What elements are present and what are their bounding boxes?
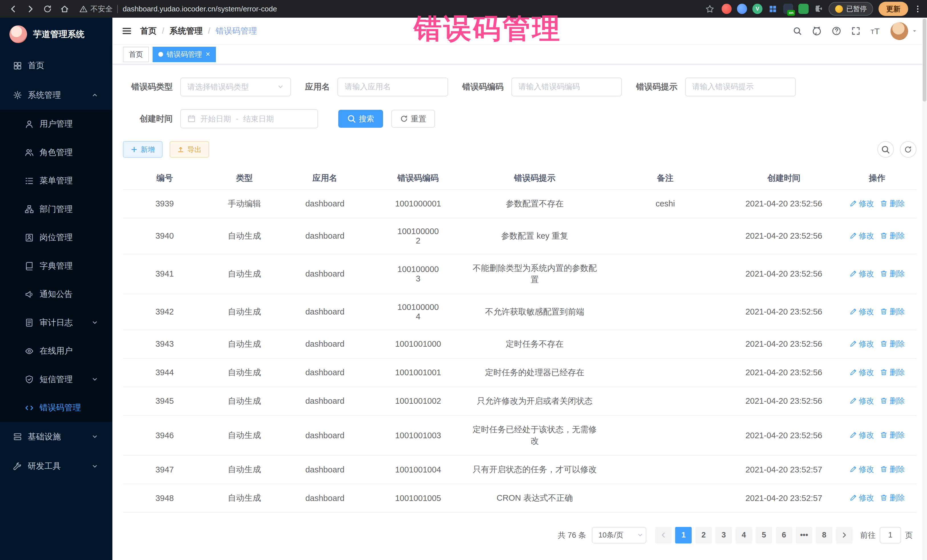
error-type-select[interactable]: 请选择错误码类型 bbox=[180, 77, 291, 96]
edit-link[interactable]: 修改 bbox=[849, 307, 874, 317]
page-button-6[interactable]: 6 bbox=[776, 527, 792, 543]
sidebar-item-error-code[interactable]: 错误码管理 bbox=[0, 393, 112, 422]
search-icon bbox=[881, 145, 890, 154]
extension-icon-grid[interactable] bbox=[768, 4, 778, 14]
sidebar-item-audit-log[interactable]: 审计日志 bbox=[0, 308, 112, 337]
font-size-icon[interactable]: TT bbox=[870, 26, 880, 36]
security-indicator[interactable]: 不安全 bbox=[79, 4, 112, 14]
delete-link[interactable]: 删除 bbox=[880, 464, 905, 475]
delete-link[interactable]: 删除 bbox=[880, 339, 905, 349]
edit-link[interactable]: 修改 bbox=[849, 396, 874, 406]
add-button[interactable]: 新增 bbox=[123, 141, 163, 158]
extension-icon-red[interactable] bbox=[722, 4, 732, 14]
sidebar-item-home[interactable]: 首页 bbox=[0, 51, 112, 80]
sidebar-item-online-user[interactable]: 在线用户 bbox=[0, 337, 112, 365]
page-button-8[interactable]: 8 bbox=[816, 527, 832, 543]
github-icon[interactable] bbox=[812, 26, 822, 36]
badge-icon bbox=[25, 233, 33, 242]
export-button-label: 导出 bbox=[187, 145, 202, 154]
sidebar-item-menu[interactable]: 菜单管理 bbox=[0, 167, 112, 195]
export-button[interactable]: 导出 bbox=[170, 141, 209, 158]
sidebar-logo[interactable]: 芋道管理系统 bbox=[0, 18, 112, 51]
edit-link[interactable]: 修改 bbox=[849, 269, 874, 279]
page-button-3[interactable]: 3 bbox=[715, 527, 732, 543]
extension-icon-blue[interactable] bbox=[737, 4, 747, 14]
page-button-4[interactable]: 4 bbox=[736, 527, 752, 543]
delete-link[interactable]: 删除 bbox=[880, 199, 905, 209]
sidebar-item-user[interactable]: 用户管理 bbox=[0, 110, 112, 138]
sidebar-item-dev-tool[interactable]: 研发工具 bbox=[0, 451, 112, 481]
extension-icon-vue-devtools[interactable]: V bbox=[752, 4, 763, 14]
delete-link[interactable]: 删除 bbox=[880, 396, 905, 406]
sidebar-item-system[interactable]: 系统管理 bbox=[0, 80, 112, 110]
error-code-input[interactable] bbox=[518, 82, 615, 91]
sidebar-item-role[interactable]: 角色管理 bbox=[0, 138, 112, 167]
breadcrumb-system[interactable]: 系统管理 bbox=[170, 25, 203, 37]
breadcrumb-home[interactable]: 首页 bbox=[140, 25, 157, 37]
close-tab-icon[interactable]: × bbox=[206, 50, 210, 58]
edit-link[interactable]: 修改 bbox=[849, 464, 874, 475]
edit-link[interactable]: 修改 bbox=[849, 493, 874, 503]
page-button-2[interactable]: 2 bbox=[695, 527, 712, 543]
toggle-search-button[interactable] bbox=[877, 141, 894, 158]
edit-link[interactable]: 修改 bbox=[849, 367, 874, 378]
scrollbar-thumb[interactable] bbox=[923, 19, 926, 102]
delete-link[interactable]: 删除 bbox=[880, 430, 905, 440]
tab-home[interactable]: 首页 bbox=[123, 47, 149, 62]
table-row: 3944自动生成dashboard1001001001定时任务的处理器已经存在2… bbox=[123, 358, 916, 387]
edit-link[interactable]: 修改 bbox=[849, 339, 874, 349]
page-ellipsis[interactable]: ••• bbox=[796, 527, 812, 543]
cell-app: dashboard bbox=[283, 330, 368, 358]
sidebar-item-sms[interactable]: 短信管理 bbox=[0, 365, 112, 393]
goto-page-input[interactable] bbox=[880, 527, 901, 543]
page-button-5[interactable]: 5 bbox=[755, 527, 772, 543]
browser-menu-icon[interactable] bbox=[913, 5, 922, 14]
address-bar[interactable]: 不安全 dashboard.yudao.iocoder.cn/system/er… bbox=[79, 2, 697, 16]
reset-button[interactable]: 重置 bbox=[391, 110, 435, 127]
delete-link[interactable]: 删除 bbox=[880, 269, 905, 279]
delete-link[interactable]: 删除 bbox=[880, 367, 905, 378]
paused-profile-chip[interactable]: 已暂停 bbox=[828, 2, 873, 16]
help-icon[interactable] bbox=[832, 26, 841, 36]
scrollbar[interactable] bbox=[922, 18, 927, 560]
delete-icon bbox=[880, 232, 887, 240]
header-search-icon[interactable] bbox=[793, 27, 802, 35]
error-msg-input[interactable] bbox=[692, 82, 789, 91]
extension-icon-password-manager[interactable]: on bbox=[783, 4, 793, 14]
bookmark-star-icon[interactable] bbox=[705, 4, 714, 14]
user-menu[interactable] bbox=[891, 22, 918, 40]
chrome-update-button[interactable]: 更新 bbox=[878, 2, 908, 16]
search-button[interactable]: 搜索 bbox=[338, 110, 383, 127]
sidebar-item-post[interactable]: 岗位管理 bbox=[0, 223, 112, 252]
extension-icon-green[interactable] bbox=[798, 4, 808, 14]
tab-error-code[interactable]: 错误码管理 × bbox=[153, 47, 216, 62]
app-name-input[interactable] bbox=[345, 82, 441, 91]
sidebar-item-infra[interactable]: 基础设施 bbox=[0, 422, 112, 452]
edit-link[interactable]: 修改 bbox=[849, 231, 874, 241]
edit-link[interactable]: 修改 bbox=[849, 199, 874, 209]
page-size-select[interactable]: 10条/页 bbox=[592, 527, 646, 543]
refresh-table-button[interactable] bbox=[900, 141, 916, 158]
warning-icon bbox=[79, 5, 88, 13]
page-button-1[interactable]: 1 bbox=[675, 527, 692, 543]
delete-link[interactable]: 删除 bbox=[880, 493, 905, 503]
delete-link[interactable]: 删除 bbox=[880, 307, 905, 317]
sidebar-item-notice[interactable]: 通知公告 bbox=[0, 280, 112, 308]
sidebar-item-label: 字典管理 bbox=[40, 260, 73, 272]
sidebar-toggle-icon[interactable] bbox=[122, 26, 132, 36]
extensions-puzzle-icon[interactable] bbox=[814, 4, 824, 14]
date-range-picker[interactable]: 开始日期 - 结束日期 bbox=[180, 109, 318, 128]
home-button[interactable] bbox=[57, 2, 72, 16]
sidebar-item-dept[interactable]: 部门管理 bbox=[0, 195, 112, 223]
reload-button[interactable] bbox=[40, 2, 55, 16]
edit-link[interactable]: 修改 bbox=[849, 430, 874, 440]
fullscreen-icon[interactable] bbox=[851, 27, 860, 35]
forward-button[interactable] bbox=[23, 2, 38, 16]
next-page-button[interactable] bbox=[836, 527, 853, 543]
sidebar-item-label: 首页 bbox=[28, 60, 44, 71]
back-button[interactable] bbox=[6, 2, 21, 16]
sidebar-item-label: 系统管理 bbox=[28, 90, 61, 101]
delete-link[interactable]: 删除 bbox=[880, 231, 905, 241]
sidebar-item-dict[interactable]: 字典管理 bbox=[0, 252, 112, 280]
prev-page-button[interactable] bbox=[655, 527, 672, 543]
